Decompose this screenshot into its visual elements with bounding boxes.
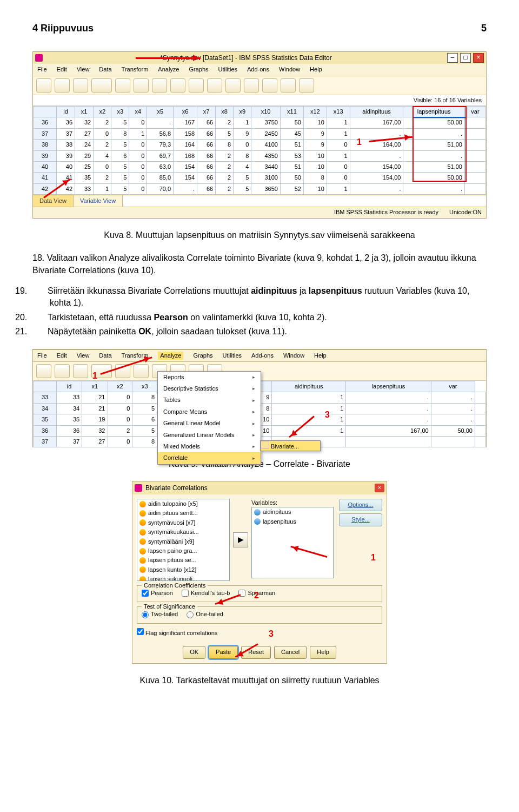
flag-significant-checkbox[interactable]: Flag significant correlations (137, 630, 217, 636)
toolbar-button[interactable] (207, 78, 222, 93)
status-processor: IBM SPSS Statistics Processor is ready (334, 208, 438, 216)
dialog-icon (135, 484, 142, 492)
toolbar-button[interactable] (170, 78, 185, 93)
figure-kuva10: Bivariate Correlations × aidin tulopaino… (32, 481, 487, 664)
minimize-button[interactable]: – (447, 53, 458, 63)
menu-graphs[interactable]: Graphs (189, 65, 208, 74)
menu-bar[interactable]: File Edit View Data Transform Analyze Gr… (33, 349, 486, 362)
menu-item[interactable]: Tables▸ (158, 394, 261, 406)
visible-variables-label: Visible: 16 of 16 Variables (33, 95, 486, 106)
list-item-19: 19.Siirretään ikkunassa Bivariate Correl… (32, 285, 487, 309)
menu-view[interactable]: View (77, 65, 90, 74)
analyze-dropdown[interactable]: Reports▸Descriptive Statistics▸Tables▸Co… (157, 371, 261, 465)
correlate-submenu[interactable]: Bivariate... (260, 440, 321, 451)
menu-item[interactable]: Mixed Models▸ (158, 441, 261, 452)
reset-button[interactable]: Reset (241, 646, 271, 658)
two-tailed-radio[interactable]: Two-tailed (142, 610, 178, 618)
status-bar: IBM SPSS Statistics Processor is ready U… (33, 207, 486, 217)
toolbar (33, 76, 486, 95)
menu-analyze[interactable]: Analyze (158, 65, 179, 74)
figure-kuva8: *Synnytys.sav [DataSet1] - IBM SPSS Stat… (32, 51, 487, 219)
status-unicode: Unicode:ON (449, 208, 482, 216)
kendall-checkbox[interactable]: Kendall's tau-b (182, 589, 230, 597)
toolbar-button[interactable] (134, 364, 149, 378)
options-button[interactable]: Options... (339, 499, 382, 511)
menu-addons[interactable]: Add-ons (251, 352, 274, 360)
dialog-title: Bivariate Correlations (145, 484, 375, 493)
toolbar-button[interactable] (73, 364, 88, 378)
menu-edit[interactable]: Edit (57, 352, 67, 360)
toolbar-button[interactable] (36, 78, 51, 93)
toolbar-button[interactable] (281, 78, 296, 93)
menu-item[interactable]: General Linear Model▸ (158, 418, 261, 429)
menu-window[interactable]: Window (279, 65, 300, 74)
ok-button[interactable]: OK (183, 646, 205, 658)
variables-list[interactable]: aidinpituuslapsenpituus (251, 507, 334, 578)
toolbar-button[interactable] (55, 364, 70, 378)
toolbar-button[interactable] (189, 78, 204, 93)
toolbar-button[interactable] (244, 78, 259, 93)
move-right-button[interactable]: ▶ (233, 532, 248, 547)
one-tailed-radio[interactable]: One-tailed (187, 610, 223, 618)
toolbar-button[interactable] (55, 78, 70, 93)
app-icon (35, 54, 43, 62)
data-grid[interactable]: idx1x2x3x4x5x6x7x8x9x10x11x12x13aidinpit… (33, 106, 486, 195)
toolbar-button[interactable] (115, 78, 130, 93)
toolbar-button[interactable] (73, 78, 88, 93)
menu-addons[interactable]: Add-ons (247, 65, 269, 74)
menu-utilities[interactable]: Utilities (218, 65, 237, 74)
red-arrow-icon (136, 57, 201, 59)
toolbar-button[interactable] (299, 78, 314, 93)
submenu-bivariate[interactable]: Bivariate... (261, 441, 320, 451)
annotation-1: 1 (92, 370, 97, 382)
toolbar-button[interactable] (134, 78, 149, 93)
menu-window[interactable]: Window (283, 352, 304, 360)
tab-data-view[interactable]: Data View (33, 195, 74, 207)
pearson-checkbox[interactable]: Pearson (142, 589, 173, 597)
annotation-2: 2 (254, 590, 259, 602)
toolbar-button[interactable] (262, 78, 277, 93)
menu-file[interactable]: File (37, 65, 47, 74)
close-button[interactable]: × (473, 53, 484, 63)
page-title: 4 Riippuvuus (32, 22, 94, 35)
menu-bar[interactable]: File Edit View Data Transform Analyze Gr… (33, 64, 486, 76)
annotation-1: 1 (357, 136, 362, 148)
toolbar-button[interactable] (152, 78, 167, 93)
style-button[interactable]: Style... (339, 513, 382, 526)
menu-data[interactable]: Data (99, 352, 111, 360)
page-number: 5 (481, 22, 487, 35)
menu-file[interactable]: File (37, 352, 47, 360)
dialog-close-button[interactable]: × (375, 484, 384, 492)
annotation-3: 3 (325, 409, 330, 421)
window-title: *Synnytys.sav [DataSet1] - IBM SPSS Stat… (45, 54, 447, 63)
menu-item[interactable]: Compare Means▸ (158, 406, 261, 418)
toolbar-button[interactable] (225, 78, 241, 93)
correlation-coefficients-group: Correlation Coefficients Pearson Kendall… (137, 585, 382, 602)
list-item-21: 21.Näpäytetään painiketta OK, jolloin sa… (32, 326, 487, 338)
menu-transform[interactable]: Transform (122, 65, 149, 74)
menu-help[interactable]: Help (314, 352, 327, 360)
menu-item[interactable]: Correlate▸ (158, 452, 261, 464)
menu-edit[interactable]: Edit (57, 65, 67, 74)
tab-variable-view[interactable]: Variable View (74, 195, 123, 207)
menu-utilities[interactable]: Utilities (223, 352, 242, 360)
toolbar-button[interactable] (36, 364, 51, 378)
menu-view[interactable]: View (77, 352, 90, 360)
menu-analyze[interactable]: Analyze (158, 352, 183, 360)
menu-data[interactable]: Data (99, 65, 111, 74)
menu-graphs[interactable]: Graphs (193, 352, 212, 360)
list-item-20: 20.Tarkistetaan, että ruudussa Pearson o… (32, 312, 487, 324)
source-variable-list[interactable]: aidin tulopaino [x5]äidin pituus sentt..… (137, 499, 230, 581)
menu-item[interactable]: Generalized Linear Models▸ (158, 430, 261, 441)
annotation-3: 3 (269, 628, 274, 640)
menu-help[interactable]: Help (310, 65, 322, 74)
help-button[interactable]: Help (310, 646, 336, 658)
caption-kuva8: Kuva 8. Muuttujan lapsenpituus on matrii… (32, 229, 487, 241)
menu-item[interactable]: Reports▸ (158, 372, 261, 383)
maximize-button[interactable]: □ (460, 53, 471, 63)
cancel-button[interactable]: Cancel (274, 646, 307, 658)
window-title-bar: *Synnytys.sav [DataSet1] - IBM SPSS Stat… (33, 52, 486, 64)
toolbar-button[interactable] (91, 78, 112, 93)
dialog-title-bar: Bivariate Correlations × (132, 481, 387, 494)
menu-item[interactable]: Descriptive Statistics▸ (158, 383, 261, 394)
